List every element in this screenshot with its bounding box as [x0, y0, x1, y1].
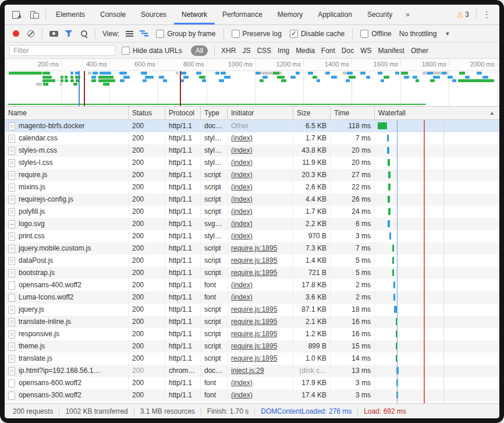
table-row[interactable]: opensans-600.woff2200http/1.1font(index)… — [5, 377, 499, 389]
hide-data-urls-checkbox[interactable]: Hide data URLs — [122, 47, 182, 55]
kebab-menu-icon[interactable]: ⋮ — [479, 9, 496, 20]
overview-view-icon[interactable] — [138, 28, 151, 40]
column-header-time[interactable]: Time — [331, 107, 375, 119]
table-row[interactable]: opensans-400.woff2200http/1.1font(index)… — [5, 279, 499, 291]
cell-time: 14 ms — [331, 352, 375, 365]
table-row[interactable]: require.js200http/1.1script(index)20.3 K… — [5, 169, 499, 181]
cell-initiator-link[interactable]: require.js:1895 — [228, 255, 293, 267]
device-toolbar-icon[interactable] — [29, 10, 40, 19]
cell-initiator-link[interactable]: require.js:1895 — [228, 328, 293, 340]
tab-memory[interactable]: Memory — [270, 5, 310, 24]
tab-application[interactable]: Application — [310, 5, 360, 24]
tab-performance[interactable]: Performance — [215, 5, 270, 24]
cell-initiator-link[interactable]: (index) — [228, 230, 293, 242]
cell-initiator-link[interactable]: require.js:1895 — [228, 316, 293, 328]
request-name: polyfill.js — [19, 206, 45, 218]
column-header-type[interactable]: Type — [201, 107, 228, 119]
screenshot-capture-icon[interactable] — [47, 28, 60, 40]
cell-initiator-link[interactable]: (index) — [228, 218, 293, 230]
table-row[interactable]: bootstrap.js200http/1.1scriptrequire.js:… — [5, 267, 499, 279]
cell-initiator-link[interactable]: (index) — [228, 279, 293, 291]
cell-initiator-link[interactable]: (index) — [228, 193, 293, 206]
table-row[interactable]: magento-btrfs.docker200http/1.1doc…Other… — [5, 120, 499, 132]
column-header-status[interactable]: Status — [129, 107, 165, 119]
table-row[interactable]: responsive.js200http/1.1scriptrequire.js… — [5, 328, 499, 340]
filter-pill-media[interactable]: Media — [296, 47, 315, 55]
network-overview[interactable] — [5, 71, 499, 107]
search-icon[interactable] — [77, 28, 90, 40]
offline-checkbox[interactable]: Offline — [360, 30, 391, 38]
cell-initiator-link[interactable]: require.js:1895 — [228, 242, 293, 255]
cell-type: styl… — [201, 230, 228, 242]
clear-button[interactable] — [24, 28, 37, 40]
column-header-waterfall[interactable]: Waterfall▲ — [375, 107, 498, 119]
table-row[interactable]: jquery.js200http/1.1scriptrequire.js:189… — [5, 304, 499, 316]
filter-input[interactable] — [9, 45, 115, 56]
filter-pill-img[interactable]: Img — [278, 47, 289, 55]
column-header-size[interactable]: Size — [293, 107, 331, 119]
cell-initiator-link[interactable]: require.js:1895 — [228, 267, 293, 279]
cell-protocol: http/1.1 — [165, 218, 201, 230]
cell-initiator-link[interactable]: (index) — [228, 132, 293, 144]
table-row[interactable]: dataPost.js200http/1.1scriptrequire.js:1… — [5, 255, 499, 267]
filter-pill-all[interactable]: All — [191, 45, 208, 56]
console-warnings-badge[interactable]: ⚠ 3 — [452, 10, 474, 19]
cell-initiator-link[interactable]: (index) — [228, 181, 293, 193]
overview-request-bar — [360, 72, 365, 75]
table-row[interactable]: Luma-Icons.woff2200http/1.1font(index)3.… — [5, 291, 499, 304]
cell-initiator-link[interactable]: (index) — [228, 144, 293, 157]
cell-initiator-link[interactable]: inject.js:29 — [228, 365, 293, 377]
disable-cache-checkbox[interactable]: ✓Disable cache — [290, 30, 345, 38]
table-row[interactable]: styles-l.css200http/1.1styl…(index)11.9 … — [5, 157, 499, 169]
cell-initiator-link[interactable]: (index) — [228, 157, 293, 169]
column-header-name[interactable]: Name — [5, 107, 129, 119]
cell-initiator-link[interactable]: (index) — [228, 206, 293, 218]
preserve-log-checkbox[interactable]: Preserve log — [232, 30, 282, 38]
filter-toggle-icon[interactable] — [62, 28, 75, 40]
table-row[interactable]: jquery.mobile.custom.js200http/1.1script… — [5, 242, 499, 255]
filter-pill-other[interactable]: Other — [411, 47, 428, 55]
table-row[interactable]: opensans-300.woff2200http/1.1font(index)… — [5, 389, 499, 401]
more-tabs-button[interactable]: » — [400, 10, 416, 19]
filter-pill-css[interactable]: CSS — [257, 47, 271, 55]
table-row[interactable]: requirejs-config.js200http/1.1script(ind… — [5, 193, 499, 206]
table-row[interactable]: ip.html?ip=192.168.56.1…200chrom…doc…inj… — [5, 365, 499, 377]
cell-initiator-link[interactable]: (index) — [228, 291, 293, 304]
filter-pill-manifest[interactable]: Manifest — [378, 47, 404, 55]
cell-size: 1.7 KB — [293, 206, 331, 218]
column-header-initiator[interactable]: Initiator — [228, 107, 293, 119]
throttling-select[interactable]: No throttling ▼ — [399, 30, 450, 38]
tab-network[interactable]: Network — [174, 5, 215, 24]
table-row[interactable]: translate.js200http/1.1scriptrequire.js:… — [5, 352, 499, 365]
filter-pill-js[interactable]: JS — [242, 47, 250, 55]
table-row[interactable]: polyfill.js200http/1.1script(index)1.7 K… — [5, 206, 499, 218]
tab-console[interactable]: Console — [93, 5, 133, 24]
table-row[interactable]: translate-inline.js200http/1.1scriptrequ… — [5, 316, 499, 328]
record-button[interactable] — [9, 28, 22, 40]
filter-pill-doc[interactable]: Doc — [342, 47, 354, 55]
cell-initiator-link[interactable]: (index) — [228, 169, 293, 181]
column-header-protocol[interactable]: Protocol — [165, 107, 201, 119]
status-item: 1002 KB transferred — [59, 407, 134, 415]
filter-pill-font[interactable]: Font — [321, 47, 335, 55]
tab-security[interactable]: Security — [360, 5, 400, 24]
table-row[interactable]: styles-m.css200http/1.1styl…(index)43.8 … — [5, 144, 499, 157]
cell-initiator-link[interactable]: require.js:1895 — [228, 304, 293, 316]
group-by-frame-checkbox[interactable]: Group by frame — [156, 30, 215, 38]
tab-sources[interactable]: Sources — [133, 5, 174, 24]
filter-pill-xhr[interactable]: XHR — [221, 47, 236, 55]
table-row[interactable]: mixins.js200http/1.1script(index)2.6 KB2… — [5, 181, 499, 193]
table-row[interactable]: theme.js200http/1.1scriptrequire.js:1895… — [5, 340, 499, 352]
table-row[interactable]: print.css200http/1.1styl…(index)970 B3 m… — [5, 230, 499, 242]
table-row[interactable]: calendar.css200http/1.1styl…(index)1.7 K… — [5, 132, 499, 144]
table-row[interactable]: logo.svg200http/1.1svg…(index)2.2 KB6 ms — [5, 218, 499, 230]
filter-pill-ws[interactable]: WS — [360, 47, 371, 55]
cell-initiator-link[interactable]: require.js:1895 — [228, 352, 293, 365]
cell-initiator-link[interactable]: require.js:1895 — [228, 340, 293, 352]
tab-elements[interactable]: Elements — [48, 5, 93, 24]
inspect-element-icon[interactable] — [12, 10, 22, 19]
cell-initiator-link[interactable]: (index) — [228, 377, 293, 389]
cell-initiator-link[interactable]: (index) — [228, 389, 293, 401]
list-view-icon[interactable] — [123, 28, 136, 40]
overview-request-bar — [219, 79, 224, 82]
